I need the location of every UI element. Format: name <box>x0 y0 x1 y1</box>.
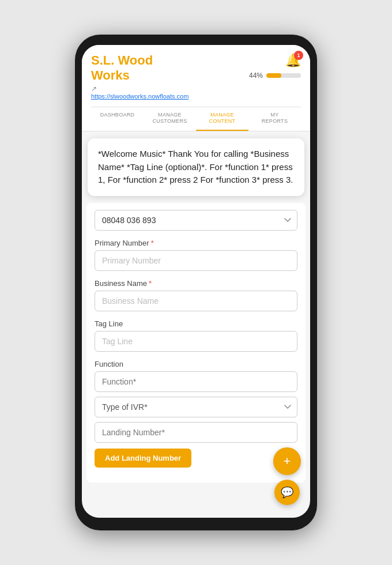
notification-bell[interactable]: 🔔 1 <box>285 53 301 68</box>
external-link-icon[interactable]: ↗ <box>91 85 189 93</box>
landing-number-input[interactable] <box>95 422 297 443</box>
primary-number-input[interactable] <box>95 250 297 271</box>
fab-plus-icon: + <box>284 454 291 469</box>
business-name-label: Business Name * <box>95 279 297 288</box>
tag-line-input[interactable] <box>95 331 297 352</box>
phone-shell: S.L. Wood Works ↗ https://slwoodworks.no… <box>75 35 317 530</box>
brand-name: S.L. Wood Works <box>91 53 189 84</box>
function-label: Function <box>95 360 297 368</box>
fab-plus-button[interactable]: + <box>273 447 301 475</box>
primary-number-required: * <box>151 239 154 247</box>
business-name-required: * <box>149 279 152 288</box>
tab-manage-content[interactable]: MANAGECONTENT <box>196 107 248 131</box>
phone-screen: S.L. Wood Works ↗ https://slwoodworks.no… <box>82 45 310 518</box>
business-name-input[interactable] <box>95 291 297 311</box>
nav-tabs: DASHBOARD MANAGECUSTOMERS MANAGECONTENT … <box>91 107 301 131</box>
tooltip-popup: *Welcome Music* Thank You for calling *B… <box>88 138 304 196</box>
function-group: Function Type of IVR* Add Landing Number <box>95 360 297 468</box>
primary-number-label: Primary Number * <box>95 239 297 247</box>
app-header: S.L. Wood Works ↗ https://slwoodworks.no… <box>82 45 310 131</box>
tab-my-reports[interactable]: MYREPORTS <box>248 107 301 131</box>
phone-number-select-row: 08048 036 893 <box>95 210 297 231</box>
progress-area: 44% <box>249 71 301 80</box>
tag-line-label: Tag Line <box>95 319 297 328</box>
progress-label: 44% <box>249 71 263 80</box>
notification-badge: 1 <box>294 51 303 60</box>
header-right: 🔔 1 44% <box>249 53 301 80</box>
phone-number-select[interactable]: 08048 036 893 <box>95 210 297 231</box>
tab-dashboard[interactable]: DASHBOARD <box>91 107 144 131</box>
ivr-type-select[interactable]: Type of IVR* <box>95 397 297 417</box>
progress-bar-background <box>266 73 301 78</box>
brand-area: S.L. Wood Works ↗ https://slwoodworks.no… <box>91 53 189 104</box>
add-landing-number-button[interactable]: Add Landing Number <box>95 449 191 468</box>
function-input[interactable] <box>95 371 297 392</box>
progress-bar-fill <box>266 73 281 78</box>
site-url[interactable]: https://slwoodworks.nowfloats.com <box>91 93 189 100</box>
tooltip-text: *Welcome Music* Thank You for calling *B… <box>98 149 293 184</box>
tab-manage-customers[interactable]: MANAGECUSTOMERS <box>144 107 196 131</box>
fab-container: + 💬 <box>273 447 301 505</box>
fab-chat-icon: 💬 <box>281 486 293 499</box>
primary-number-group: Primary Number * <box>95 239 297 271</box>
tag-line-group: Tag Line <box>95 319 297 352</box>
form-area: 08048 036 893 Primary Number * Business … <box>86 203 306 483</box>
fab-chat-button[interactable]: 💬 <box>274 480 300 505</box>
business-name-group: Business Name * <box>95 279 297 311</box>
